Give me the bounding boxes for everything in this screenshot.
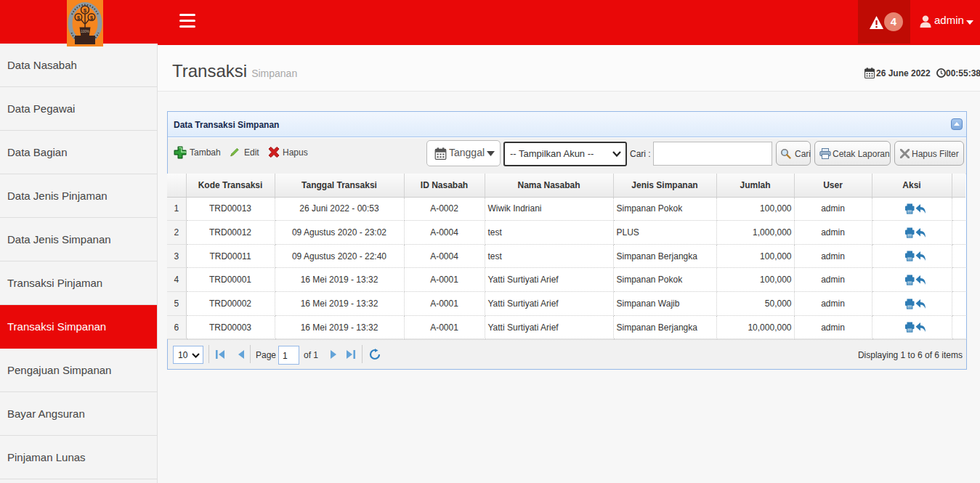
svg-text:100%: 100% [81,30,89,33]
svg-text:$: $ [84,7,87,14]
